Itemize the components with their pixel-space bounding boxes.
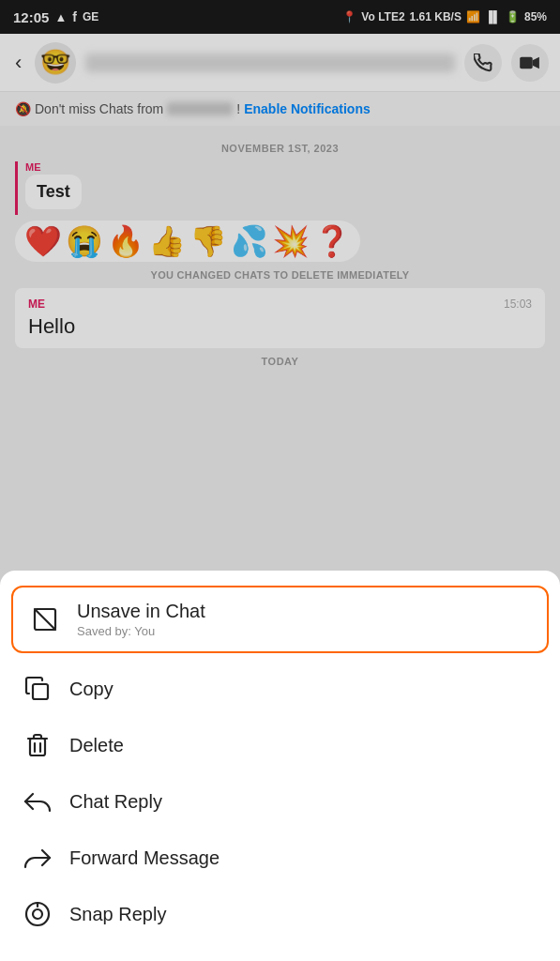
delete-label: Delete <box>69 735 124 756</box>
context-item-snap-reply[interactable]: Snap Reply <box>0 886 560 942</box>
svg-line-3 <box>35 609 55 630</box>
svg-rect-4 <box>33 684 48 699</box>
svg-point-9 <box>33 909 42 919</box>
context-item-chat-reply[interactable]: Chat Reply <box>0 773 560 830</box>
unsave-icon <box>30 604 60 634</box>
context-item-copy[interactable]: Copy <box>0 661 560 717</box>
snap-icon <box>23 899 53 929</box>
copy-text: Copy <box>69 679 114 700</box>
context-item-forward[interactable]: Forward Message <box>0 830 560 886</box>
context-item-delete[interactable]: Delete <box>0 717 560 773</box>
delete-icon <box>23 730 53 760</box>
unsave-sublabel: Saved by: You <box>77 624 205 638</box>
forward-text: Forward Message <box>69 847 219 869</box>
forward-icon <box>23 843 53 873</box>
snap-reply-text: Snap Reply <box>69 904 166 925</box>
reply-icon <box>23 786 53 816</box>
unsave-label: Unsave in Chat <box>77 601 205 622</box>
chat-reply-text: Chat Reply <box>69 791 162 813</box>
delete-text: Delete <box>69 735 124 756</box>
forward-label: Forward Message <box>69 847 219 869</box>
context-item-unsave[interactable]: Unsave in Chat Saved by: You <box>11 586 549 653</box>
chat-reply-label: Chat Reply <box>69 791 162 813</box>
svg-rect-5 <box>30 739 45 755</box>
copy-icon <box>23 674 53 704</box>
context-menu: Unsave in Chat Saved by: You Copy <box>0 571 560 961</box>
snap-reply-label: Snap Reply <box>69 904 166 925</box>
copy-label: Copy <box>69 679 114 700</box>
unsave-text: Unsave in Chat Saved by: You <box>77 601 205 638</box>
